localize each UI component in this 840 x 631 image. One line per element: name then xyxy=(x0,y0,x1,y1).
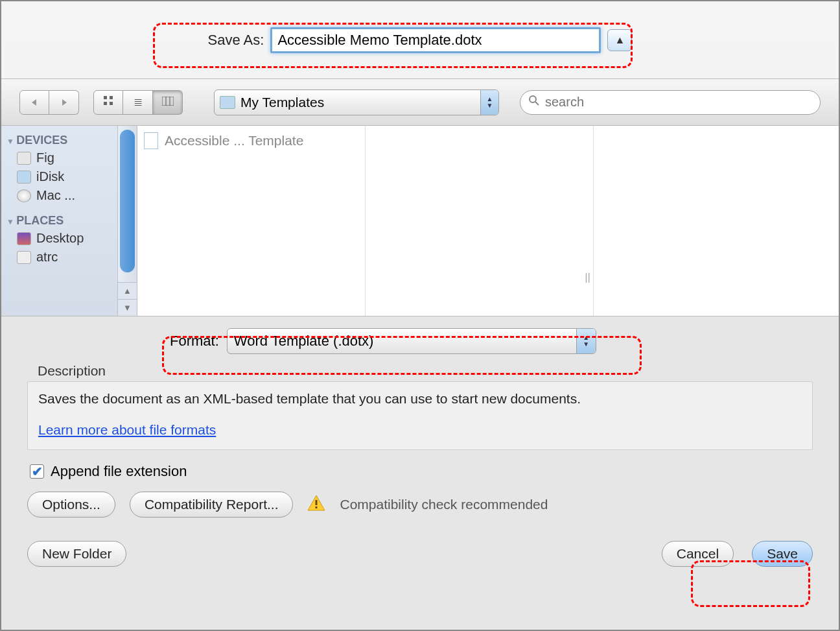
desktop-icon xyxy=(17,232,31,245)
sidebar-item-label: iDisk xyxy=(36,169,64,184)
scrollbar-thumb[interactable] xyxy=(120,130,135,272)
description-text: Saves the document as an XML-based templ… xyxy=(38,391,802,407)
file-row[interactable]: Accessible ... Template xyxy=(144,132,358,149)
nav-back-forward xyxy=(19,90,79,115)
document-icon xyxy=(144,132,158,149)
svg-line-8 xyxy=(535,102,539,105)
format-label: Format: xyxy=(170,333,219,350)
sidebar-header-devices[interactable]: DEVICES xyxy=(6,134,133,147)
columns-icon xyxy=(162,96,174,109)
folder-icon xyxy=(220,96,235,109)
scroll-down-icon[interactable]: ▼ xyxy=(118,299,137,316)
options-row: Options... Compatibility Report... Compa… xyxy=(27,492,813,518)
search-field[interactable] xyxy=(520,90,821,115)
save-as-label: Save As: xyxy=(208,32,264,49)
disc-icon xyxy=(17,189,31,202)
folder-dropdown[interactable]: My Templates ▲▼ xyxy=(214,89,499,115)
sidebar-device-mac[interactable]: Mac ... ⏏ xyxy=(5,186,133,205)
svg-rect-0 xyxy=(104,96,107,99)
description-label: Description xyxy=(38,363,813,379)
view-mode-columns[interactable] xyxy=(153,90,183,115)
view-mode-segment: ≣ xyxy=(93,90,183,115)
options-button[interactable]: Options... xyxy=(27,492,115,518)
compat-warning-text: Compatibility check recommended xyxy=(340,497,548,512)
sidebar-place-atrc[interactable]: atrc xyxy=(5,248,133,267)
home-icon xyxy=(17,251,31,264)
footer-row: New Folder Cancel Save xyxy=(27,541,813,567)
column-resize-handle[interactable]: || xyxy=(585,271,590,284)
nav-back-button[interactable] xyxy=(19,90,49,115)
format-value: Word Template (.dotx) xyxy=(234,333,374,350)
sidebar-device-idisk[interactable]: iDisk xyxy=(5,167,133,186)
toolbar-row: ≣ My Templates ▲▼ xyxy=(1,79,839,126)
idisk-icon xyxy=(17,171,31,184)
grid-icon xyxy=(103,95,113,109)
browser-column-2: || xyxy=(366,126,594,316)
save-button[interactable]: Save xyxy=(752,541,813,567)
sidebar-item-label: Desktop xyxy=(36,231,84,246)
sidebar: DEVICES Fig iDisk Mac ... ⏏ PLACES Deskt… xyxy=(1,126,137,316)
drive-icon xyxy=(17,152,31,165)
save-as-input[interactable] xyxy=(270,27,601,53)
sidebar-device-fig[interactable]: Fig xyxy=(5,149,133,167)
sidebar-place-desktop[interactable]: Desktop xyxy=(5,229,133,248)
append-extension-checkbox[interactable]: ✔ xyxy=(30,464,44,479)
learn-more-link[interactable]: Learn more about file formats xyxy=(38,422,216,437)
scroll-up-icon[interactable]: ▲ xyxy=(118,282,137,299)
browser-column-1: Accessible ... Template xyxy=(137,126,366,316)
svg-rect-3 xyxy=(110,102,113,105)
sidebar-scrollbar[interactable]: ▲ ▼ xyxy=(117,126,137,316)
file-browser: DEVICES Fig iDisk Mac ... ⏏ PLACES Deskt… xyxy=(1,126,839,316)
svg-point-7 xyxy=(530,96,536,102)
sidebar-header-places[interactable]: PLACES xyxy=(6,214,133,228)
search-input[interactable] xyxy=(545,95,812,110)
new-folder-button[interactable]: New Folder xyxy=(27,541,126,567)
save-as-row: Save As: ▲ xyxy=(1,1,839,79)
folder-name: My Templates xyxy=(240,95,324,110)
browser-column-3 xyxy=(594,126,839,316)
collapse-dialog-button[interactable]: ▲ xyxy=(607,29,632,51)
stepper-arrows-icon: ▲▼ xyxy=(480,90,498,115)
svg-rect-9 xyxy=(316,500,318,505)
view-mode-list[interactable]: ≣ xyxy=(123,90,153,115)
svg-rect-10 xyxy=(316,506,318,508)
cancel-button[interactable]: Cancel xyxy=(662,541,734,567)
append-extension-row: ✔ Append file extension xyxy=(30,463,813,480)
file-name: Accessible ... Template xyxy=(165,133,303,149)
search-icon xyxy=(528,95,540,110)
svg-rect-1 xyxy=(110,96,113,99)
stepper-arrows-icon: ▲▼ xyxy=(576,329,596,353)
sidebar-item-label: Fig xyxy=(36,150,54,165)
svg-rect-2 xyxy=(104,102,107,105)
description-box: Saves the document as an XML-based templ… xyxy=(27,381,813,450)
svg-rect-4 xyxy=(162,97,174,106)
sidebar-item-label: atrc xyxy=(36,250,58,265)
view-mode-icons[interactable] xyxy=(93,90,123,115)
list-icon: ≣ xyxy=(134,95,143,109)
compat-report-button[interactable]: Compatibility Report... xyxy=(130,492,294,518)
format-dropdown[interactable]: Word Template (.dotx) ▲▼ xyxy=(227,328,596,354)
warning-icon xyxy=(307,495,325,515)
triangle-up-icon: ▲ xyxy=(615,34,625,46)
append-extension-label: Append file extension xyxy=(51,463,187,480)
bottom-panel: Format: Word Template (.dotx) ▲▼ Descrip… xyxy=(1,316,839,630)
sidebar-item-label: Mac ... xyxy=(36,188,75,203)
save-dialog: Save As: ▲ ≣ xyxy=(0,0,840,631)
format-row: Format: Word Template (.dotx) ▲▼ xyxy=(170,328,813,354)
nav-forward-button[interactable] xyxy=(49,90,79,115)
